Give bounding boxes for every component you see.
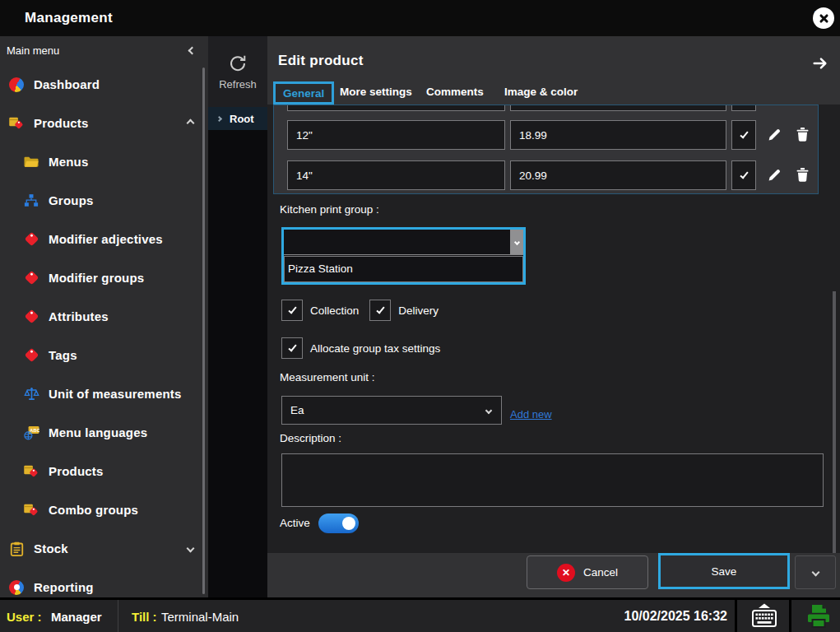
check-icon: [376, 304, 384, 314]
confirm-row-button[interactable]: [731, 160, 756, 190]
tag-icon: [23, 309, 39, 325]
sidebar-item-label: Menus: [49, 155, 89, 169]
tab-image-color[interactable]: Image & color: [504, 86, 578, 98]
kitchen-print-group-dropdown[interactable]: Pizza Station: [281, 227, 526, 285]
expand-icon[interactable]: [216, 115, 222, 121]
sidebar-item-modifier-groups[interactable]: Modifier groups: [0, 258, 208, 297]
divider: [118, 600, 118, 632]
folder-icon: [23, 154, 39, 170]
sidebar-item-label: Unit of measurements: [49, 387, 182, 401]
active-toggle[interactable]: [318, 514, 359, 533]
dropdown-option-pizza-station[interactable]: Pizza Station: [284, 256, 523, 282]
delete-icon[interactable]: [796, 128, 809, 142]
save-button[interactable]: Save: [658, 553, 790, 589]
collection-checkbox[interactable]: [281, 300, 303, 321]
size-input[interactable]: [287, 105, 505, 111]
reporting-donut-icon: [8, 579, 25, 596]
dashboard-pie-icon: [8, 77, 25, 93]
cancel-button[interactable]: ✕ Cancel: [527, 555, 648, 589]
print-button[interactable]: [805, 603, 833, 632]
price-input[interactable]: [510, 105, 726, 111]
keyboard-icon: [749, 602, 780, 630]
title-bar: Management ✕: [0, 0, 840, 36]
sidebar-item-products[interactable]: Products: [0, 452, 208, 490]
language-icon: ABC: [23, 425, 39, 441]
allocate-tax-checkbox[interactable]: [281, 337, 303, 359]
price-rows-panel: 12" 18.99 14" 20.99: [273, 105, 819, 194]
product-tag-icon: [8, 115, 25, 132]
price-row: 12" 18.99: [274, 120, 818, 150]
price-row: 14" 20.99: [274, 160, 818, 190]
sidebar-item-unit-of-measurements[interactable]: Unit of measurements: [0, 374, 208, 413]
till-value: Terminal-Main: [161, 610, 239, 624]
sidebar-item-menu-languages[interactable]: ABCMenu languages: [0, 413, 208, 452]
sidebar-item-combo-groups[interactable]: Combo groups: [0, 490, 208, 529]
refresh-label: Refresh: [219, 78, 257, 91]
edit-icon[interactable]: [768, 168, 782, 182]
chevron-down-icon: [811, 569, 819, 577]
root-label: Root: [230, 113, 254, 125]
check-icon: [288, 304, 296, 314]
app-title: Management: [25, 10, 113, 26]
sidebar-item-label: Stock: [34, 541, 68, 555]
product-tag-icon: [23, 502, 39, 518]
delivery-checkbox[interactable]: [369, 300, 391, 321]
add-new-link[interactable]: Add new: [510, 408, 552, 421]
measurement-unit-select[interactable]: Ea: [281, 396, 502, 425]
main-scrollbar[interactable]: [833, 291, 836, 553]
user-label: User :: [7, 610, 42, 624]
size-input[interactable]: 12": [287, 120, 505, 150]
tree-node-root[interactable]: Root: [208, 107, 267, 130]
price-input[interactable]: 20.99: [510, 160, 726, 190]
check-icon: [740, 129, 748, 138]
dropdown-button[interactable]: [510, 230, 523, 254]
delivery-label: Delivery: [398, 304, 439, 317]
description-textarea[interactable]: [281, 453, 824, 507]
confirm-row-button[interactable]: [731, 105, 756, 111]
refresh-icon: [228, 53, 248, 73]
allocate-tax-label: Allocate group tax settings: [310, 342, 440, 355]
tab-more-settings[interactable]: More settings: [340, 86, 412, 98]
divider: [735, 600, 737, 632]
tag-icon: [23, 347, 39, 364]
refresh-button[interactable]: Refresh: [208, 36, 267, 107]
user-value: Manager: [51, 610, 102, 624]
sidebar-scrollbar[interactable]: [202, 67, 205, 594]
scales-icon: [23, 386, 39, 402]
sidebar-item-modifier-adjectives[interactable]: Modifier adjectives: [0, 220, 208, 258]
arrow-right-icon[interactable]: [810, 56, 830, 71]
tab-general[interactable]: General: [273, 81, 334, 105]
sidebar-item-dashboard[interactable]: Dashboard: [0, 65, 208, 104]
sidebar-header[interactable]: Main menu: [0, 36, 208, 66]
page-title: Edit product: [278, 53, 364, 69]
save-options-button[interactable]: [795, 555, 836, 589]
tab-comments[interactable]: Comments: [426, 86, 484, 98]
kitchen-print-group-select[interactable]: [284, 230, 523, 255]
description-label: Description :: [280, 432, 341, 444]
confirm-row-button[interactable]: [731, 120, 756, 150]
price-row-partial: [274, 105, 818, 111]
sidebar-item-reporting[interactable]: Reporting: [0, 568, 208, 597]
close-icon[interactable]: ✕: [813, 7, 834, 29]
sidebar-item-groups[interactable]: Groups: [0, 181, 208, 220]
sidebar-items: DashboardProductsMenusGroupsModifier adj…: [0, 65, 208, 597]
sidebar-item-menus[interactable]: Menus: [0, 142, 208, 181]
sidebar-item-label: Modifier adjectives: [49, 232, 163, 246]
sidebar-item-attributes[interactable]: Attributes: [0, 297, 208, 336]
delete-icon[interactable]: [796, 168, 809, 182]
price-input[interactable]: 18.99: [510, 120, 726, 150]
sidebar-item-tags[interactable]: Tags: [0, 336, 208, 374]
sidebar-item-products[interactable]: Products: [0, 104, 208, 142]
sidebar-item-label: Dashboard: [34, 77, 100, 91]
keyboard-button[interactable]: [749, 602, 780, 632]
edit-icon[interactable]: [768, 128, 782, 142]
check-icon: [288, 342, 296, 351]
svg-text:ABC: ABC: [30, 427, 39, 432]
collapse-sidebar-icon[interactable]: [188, 47, 197, 55]
chevron-down-icon: [513, 239, 519, 244]
size-input[interactable]: 14": [287, 160, 505, 190]
sidebar-item-stock[interactable]: Stock: [0, 529, 208, 568]
datetime: 10/02/2025 16:32: [624, 609, 727, 624]
tag-icon: [23, 231, 39, 248]
divider: [789, 600, 791, 632]
